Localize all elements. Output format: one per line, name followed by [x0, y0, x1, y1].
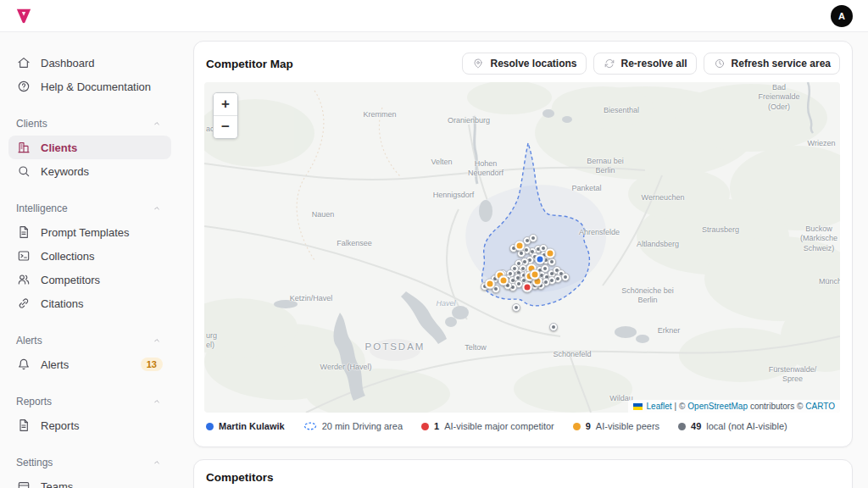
local-business-marker[interactable] [512, 303, 520, 312]
legend-item-20-min-driving-area: 20 min Driving area [303, 421, 403, 431]
chevron-up-icon [152, 396, 161, 406]
sidebar-item-teams[interactable]: Teams [8, 474, 171, 488]
building-icon [17, 141, 31, 154]
legend-text: 20 min Driving area [322, 421, 403, 431]
sidebar-item-label: Citations [41, 297, 84, 310]
sidebar-section-alerts[interactable]: Alerts [8, 329, 171, 352]
section-label: Settings [16, 457, 53, 469]
legend-text: local (not AI-visible) [706, 421, 787, 431]
sidebar-item-label: Teams [41, 480, 73, 488]
window-icon [17, 480, 31, 488]
sidebar-item-label: Competitors [41, 274, 100, 286]
ai-visible-peer-marker[interactable] [515, 241, 526, 252]
legend-bold: 9 [586, 421, 591, 431]
sidebar-item-label: Alerts [41, 358, 69, 371]
sidebar-section-settings[interactable]: Settings [8, 451, 171, 474]
alerts-count-badge: 13 [141, 358, 163, 371]
sidebar-section-intelligence[interactable]: Intelligence [8, 197, 171, 220]
driving-area-icon [303, 422, 317, 430]
client-location-marker[interactable] [535, 254, 546, 265]
legend-item-1: 1AI-visible major competitor [421, 421, 554, 431]
sidebar-item-competitors[interactable]: Competitors [8, 268, 171, 291]
legend-item-martin-kulawik: Martin Kulawik [206, 421, 285, 431]
sidebar-item-dashboard[interactable]: Dashboard [8, 51, 171, 75]
refresh-service-area-button[interactable]: Refresh service area [704, 53, 840, 75]
users-icon [17, 273, 31, 286]
sidebar-item-reports[interactable]: Reports [8, 413, 171, 437]
competitor-map-card-header: Competitor Map Resolve locationsRe-resol… [194, 42, 852, 82]
main-content: Competitor Map Resolve locationsRe-resol… [193, 41, 853, 488]
file-text-icon [17, 225, 31, 239]
local-business-marker[interactable] [548, 258, 556, 266]
local-business-marker[interactable] [529, 234, 537, 242]
sidebar-item-label: Prompt Templates [41, 226, 130, 239]
pin-icon [473, 58, 484, 69]
panel-icon [17, 249, 31, 263]
ai-visible-peer-marker[interactable] [530, 269, 541, 280]
chevron-up-icon [152, 336, 161, 345]
section-label: Alerts [16, 335, 42, 347]
ai-visible-peer-marker[interactable] [498, 275, 509, 286]
legend-dot-icon [421, 423, 429, 430]
sidebar-item-label: Dashboard [41, 57, 95, 69]
leaflet-link[interactable]: Leaflet [647, 402, 672, 411]
clock-icon [714, 58, 725, 69]
competitor-map-card: Competitor Map Resolve locationsRe-resol… [193, 41, 853, 447]
top-bar: A [0, 0, 868, 32]
sidebar-item-label: Collections [41, 250, 95, 263]
help-icon [17, 80, 31, 93]
chevron-up-icon [152, 119, 161, 128]
competitors-card: Competitors [193, 459, 853, 488]
sidebar-item-label: Clients [41, 141, 77, 154]
legend-dot-icon [573, 423, 581, 430]
competitor-map-title: Competitor Map [206, 58, 293, 70]
ai-visible-peer-marker[interactable] [545, 248, 556, 259]
legend-dot-icon [206, 423, 214, 430]
major-competitor-marker[interactable] [522, 282, 533, 293]
map-actions: Resolve locationsRe-resolve allRefresh s… [462, 53, 840, 75]
sidebar-item-clients[interactable]: Clients [8, 136, 171, 159]
search-icon [17, 164, 31, 178]
refresh-icon [604, 58, 615, 69]
ukraine-flag-icon [633, 403, 643, 410]
chevron-up-icon [152, 203, 161, 213]
competitor-map[interactable]: + − Leaflet | © OpenStreetMap contributo… [204, 82, 840, 413]
sidebar-section-clients[interactable]: Clients [8, 112, 171, 136]
sidebar-item-label: Keywords [41, 165, 89, 178]
legend-text: AI-visible peers [596, 421, 659, 431]
app-screen: A DashboardHelp & DocumentationClientsCl… [0, 0, 868, 488]
sidebar-item-help-documentation[interactable]: Help & Documentation [8, 75, 171, 98]
link-icon [17, 297, 31, 310]
sidebar-item-label: Help & Documentation [41, 80, 151, 93]
sidebar-item-alerts[interactable]: Alerts13 [8, 352, 171, 376]
map-zoom-control: + − [213, 92, 238, 139]
sidebar-item-keywords[interactable]: Keywords [8, 159, 171, 183]
legend-bold: 49 [691, 421, 701, 431]
carto-link[interactable]: CARTO [805, 402, 835, 411]
sidebar-item-prompt-templates[interactable]: Prompt Templates [8, 220, 171, 244]
zoom-in-button[interactable]: + [214, 93, 237, 115]
ai-visible-peer-marker[interactable] [485, 279, 496, 290]
attribution-sep: | © [675, 402, 686, 411]
local-business-marker[interactable] [561, 273, 570, 281]
local-business-marker[interactable] [549, 323, 558, 331]
avatar[interactable]: A [831, 5, 853, 27]
re-resolve-all-button[interactable]: Re-resolve all [593, 53, 697, 75]
legend-item-9: 9AI-visible peers [573, 421, 659, 431]
sidebar-section-reports[interactable]: Reports [8, 390, 171, 413]
legend-text: AI-visible major competitor [444, 421, 554, 431]
osm-link[interactable]: OpenStreetMap [687, 402, 748, 411]
brand-logo-icon[interactable] [15, 8, 32, 24]
button-label: Refresh service area [732, 58, 831, 69]
legend-bold: Martin Kulawik [219, 421, 285, 431]
zoom-out-button[interactable]: − [214, 115, 237, 138]
file-text-icon [17, 419, 31, 432]
bell-icon [17, 358, 31, 371]
sidebar-item-citations[interactable]: Citations [8, 291, 171, 315]
sidebar: DashboardHelp & DocumentationClientsClie… [0, 32, 181, 488]
attribution-text: contributors © [750, 402, 803, 411]
button-label: Re-resolve all [621, 58, 687, 69]
resolve-locations-button[interactable]: Resolve locations [462, 53, 586, 75]
button-label: Resolve locations [490, 58, 576, 69]
sidebar-item-collections[interactable]: Collections [8, 244, 171, 268]
